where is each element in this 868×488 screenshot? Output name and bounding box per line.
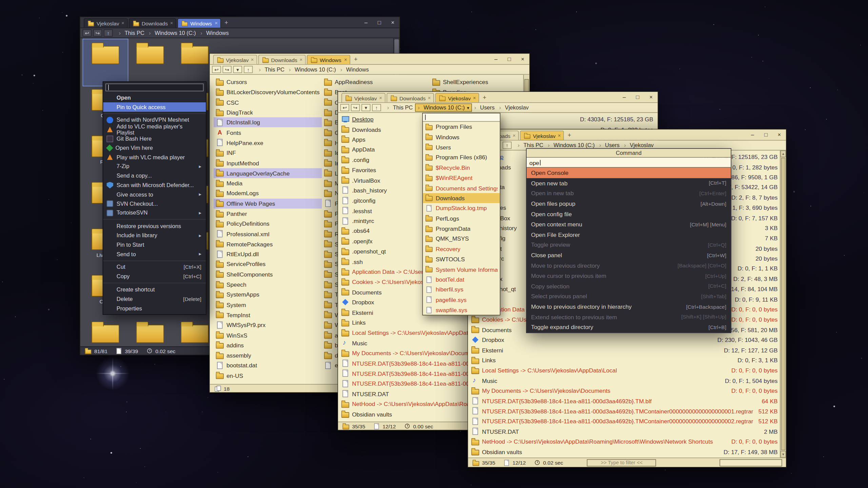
up-button[interactable]: ↑ bbox=[104, 29, 113, 37]
dropdown-item[interactable]: PerfLogs bbox=[423, 213, 500, 223]
maximize-button[interactable]: □ bbox=[631, 92, 644, 102]
command-item[interactable]: Move to previous directory in hierarchy … bbox=[527, 301, 731, 311]
file-row[interactable]: Cursors bbox=[214, 77, 322, 87]
minimize-button[interactable]: – bbox=[746, 129, 759, 140]
up-button[interactable]: ↑ bbox=[372, 104, 381, 111]
context-menu-item[interactable]: Create shortcut bbox=[103, 285, 206, 294]
context-menu-item[interactable]: Play with VLC media player bbox=[103, 152, 206, 162]
command-item[interactable]: Move cursor to previous item [Ctrl+Up] bbox=[527, 270, 731, 281]
file-row[interactable]: bootstat.dat bbox=[214, 360, 322, 370]
file-row[interactable]: RemotePackages bbox=[214, 239, 322, 249]
command-item[interactable]: Move to previous directory [Backspace] [… bbox=[527, 260, 731, 270]
file-row[interactable]: Obsidian vaults D: 17, F: 149, 38 MB bbox=[468, 447, 786, 457]
tab-close-icon[interactable]: × bbox=[379, 95, 382, 101]
dropdown-item[interactable]: Program Files (x86) bbox=[423, 152, 500, 162]
tab-close-icon[interactable]: × bbox=[121, 20, 124, 26]
tab[interactable]: Windows × bbox=[307, 55, 350, 64]
dropdown-item[interactable]: swapfile.sys bbox=[423, 305, 500, 315]
file-row[interactable]: WinSxS bbox=[214, 330, 322, 340]
command-item[interactable]: Open Console bbox=[527, 168, 731, 178]
back-button[interactable]: ↩ bbox=[82, 29, 91, 37]
context-menu-item[interactable]: Pin to Quick access bbox=[103, 102, 206, 111]
dropdown-item[interactable]: Documents and Settings bbox=[423, 183, 500, 193]
minimize-button[interactable]: – bbox=[359, 17, 373, 28]
file-row[interactable]: Local Settings -> C:\Users\Vjekoslav\App… bbox=[468, 365, 786, 375]
dropdown-item[interactable]: System Volume Information bbox=[423, 264, 500, 274]
file-row[interactable]: WMSysPr9.prx bbox=[214, 320, 322, 330]
command-item[interactable]: Open File Explorer bbox=[527, 229, 731, 240]
tab-close-icon[interactable]: × bbox=[513, 133, 516, 138]
file-row[interactable]: Professional.xml bbox=[214, 229, 322, 239]
breadcrumb-item[interactable]: Users bbox=[472, 104, 497, 111]
file-row[interactable]: Eksterni D: 12, F: 127, 12 GB bbox=[468, 345, 786, 355]
command-input[interactable]: ope bbox=[527, 158, 731, 167]
tab-close-icon[interactable]: × bbox=[251, 57, 254, 62]
context-menu-item[interactable]: Pin to Start bbox=[103, 240, 206, 249]
dropdown-item[interactable]: ProgramData bbox=[423, 223, 500, 233]
file-row[interactable]: RtlExUpd.dll bbox=[214, 249, 322, 259]
file-row[interactable]: DtcInstall.log bbox=[214, 117, 322, 127]
tab[interactable]: Vjekoslav × bbox=[84, 18, 128, 28]
forward-button[interactable]: ↪ bbox=[222, 66, 231, 73]
new-tab-button[interactable]: + bbox=[480, 94, 489, 102]
context-menu-item[interactable]: Restore previous versions bbox=[103, 222, 206, 231]
context-menu-item[interactable]: Send to bbox=[103, 249, 206, 259]
tab[interactable]: Vjekoslav × bbox=[341, 93, 386, 102]
breadcrumb-item[interactable]: Users bbox=[597, 142, 622, 149]
file-row[interactable]: ShellComponents bbox=[214, 269, 322, 280]
file-row[interactable]: ShellExperiences bbox=[430, 77, 529, 87]
context-menu-item[interactable]: Add to VLC media player's Playlist bbox=[103, 125, 206, 134]
command-item[interactable]: Copy selection [Ctrl+C] bbox=[527, 281, 731, 291]
context-menu-filter-input[interactable] bbox=[105, 84, 204, 92]
dropdown-item[interactable]: pagefile.sys bbox=[423, 295, 500, 305]
back-button[interactable]: ↩ bbox=[212, 66, 221, 73]
file-row[interactable]: Music D: 0, F: 1, 504 bytes bbox=[468, 375, 786, 386]
file-row[interactable]: PolicyDefinitions bbox=[214, 219, 322, 229]
dropdown-item[interactable]: DumpStack.log.tmp bbox=[423, 203, 500, 213]
command-item[interactable]: Toggle preview [Ctrl+Q] bbox=[527, 240, 731, 250]
command-item[interactable]: Open in new tab [Ctrl+Enter] bbox=[527, 188, 731, 198]
dropdown-item[interactable]: SWTOOLS bbox=[423, 254, 500, 264]
tab[interactable]: Vjekoslav × bbox=[520, 130, 564, 140]
up-button[interactable]: ↑ bbox=[502, 142, 511, 149]
command-item[interactable]: Close panel [Ctrl+W] bbox=[527, 250, 731, 260]
dropdown-item[interactable]: $Recycle.Bin bbox=[423, 162, 500, 172]
file-row[interactable]: addins bbox=[214, 340, 322, 350]
dropdown-filter-input[interactable] bbox=[423, 114, 500, 122]
file-row[interactable]: HelpPane.exe bbox=[214, 138, 322, 148]
context-menu-item[interactable]: Properties bbox=[103, 304, 206, 313]
history-dropdown-button[interactable]: ▾ bbox=[361, 104, 370, 111]
file-row[interactable]: NetHood -> C:\Users\Vjekoslav\AppData\Ro… bbox=[468, 436, 786, 447]
file-row[interactable]: NTUSER.DAT{53b39e88-18c4-11ea-a811-000d3… bbox=[468, 406, 786, 416]
file-row[interactable]: NTUSER.DAT 2 MB bbox=[468, 426, 786, 436]
tab-close-icon[interactable]: × bbox=[215, 20, 218, 26]
file-row[interactable]: SystemApps bbox=[214, 289, 322, 300]
breadcrumb-item[interactable]: Windows 10 (C:) bbox=[287, 66, 338, 73]
file-row[interactable]: Speech bbox=[214, 279, 322, 289]
forward-button[interactable]: ↪ bbox=[351, 104, 360, 111]
dropdown-item[interactable]: Program Files bbox=[423, 122, 500, 132]
command-item[interactable]: Extend selection to previous item [Shift… bbox=[527, 312, 731, 322]
command-item[interactable]: Select previous panel [Shift+Tab] bbox=[527, 291, 731, 301]
scroll-down-icon[interactable]: ▼ bbox=[781, 451, 786, 458]
file-row[interactable]: ModemLogs bbox=[214, 188, 322, 199]
tab[interactable]: Downloads × bbox=[387, 93, 434, 102]
file-row[interactable]: Dropbox D: 230, F: 1043, 46 GB bbox=[468, 335, 786, 345]
file-grid-item[interactable] bbox=[128, 39, 173, 86]
dropdown-item[interactable]: Users bbox=[423, 142, 500, 152]
breadcrumb-item[interactable]: Vjekoslav bbox=[622, 142, 656, 149]
file-row[interactable]: LanguageOverlayCache bbox=[214, 168, 322, 178]
dropdown-item[interactable]: Windows bbox=[423, 132, 500, 142]
tab[interactable]: Vjekoslav × bbox=[213, 55, 257, 64]
file-row[interactable]: Links D: 0, F: 3, 1 KB bbox=[468, 355, 786, 365]
breadcrumb-item[interactable]: This PC bbox=[385, 104, 415, 111]
context-menu-item[interactable]: 7-Zip bbox=[103, 162, 206, 171]
up-button[interactable]: ↑ bbox=[244, 66, 253, 73]
tab-close-icon[interactable]: × bbox=[428, 95, 431, 101]
new-tab-button[interactable]: + bbox=[222, 19, 231, 27]
context-menu-item[interactable]: Give access to bbox=[103, 190, 206, 199]
dropdown-item[interactable]: hiberfil.sys bbox=[423, 285, 500, 295]
file-row[interactable]: en-US bbox=[214, 370, 322, 381]
close-button[interactable]: × bbox=[644, 92, 657, 102]
tab-close-icon[interactable]: × bbox=[170, 20, 173, 26]
